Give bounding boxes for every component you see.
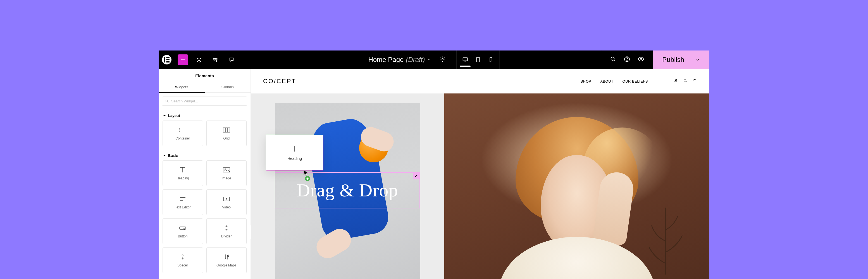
decorative-foliage	[638, 208, 693, 275]
widget-label: Google Maps	[216, 264, 236, 267]
panel-title: Elements	[159, 69, 250, 82]
structure-icon[interactable]	[194, 55, 205, 65]
widget-label: Grid	[223, 136, 229, 140]
svg-point-4	[216, 58, 217, 59]
widget-label: Button	[178, 234, 188, 238]
notes-icon[interactable]	[226, 55, 237, 65]
widget-image[interactable]: Image	[207, 161, 247, 186]
document-status: (Draft)	[406, 56, 425, 64]
publish-button[interactable]: Publish	[653, 50, 709, 69]
editor-canvas[interactable]: CO/CEPT SHOP ABOUT OUR BELIEFS	[251, 69, 709, 279]
device-mobile[interactable]	[488, 57, 494, 63]
elementor-logo[interactable]	[162, 55, 172, 64]
canvas-stage: Heading + Drag & Drop	[251, 94, 709, 279]
widget-label: Video	[222, 205, 231, 209]
page-settings-icon[interactable]	[439, 56, 445, 63]
svg-point-15	[627, 60, 627, 61]
svg-rect-3	[166, 61, 169, 63]
widget-container[interactable]: Container	[162, 120, 203, 146]
widget-divider[interactable]: Divider	[207, 218, 247, 244]
drop-target[interactable]: Drag & Drop	[275, 172, 420, 208]
widget-grid[interactable]: Grid	[207, 120, 247, 146]
help-icon[interactable]	[624, 56, 630, 64]
video-icon	[222, 195, 231, 203]
grid-icon	[222, 127, 231, 134]
cursor-icon	[303, 169, 308, 177]
search-input-wrap[interactable]	[162, 97, 247, 106]
image-icon	[222, 166, 231, 174]
widget-heading[interactable]: Heading	[162, 161, 203, 186]
site-header: CO/CEPT SHOP ABOUT OUR BELIEFS	[251, 69, 709, 94]
account-icon[interactable]	[674, 78, 678, 84]
text-editor-icon	[179, 195, 187, 203]
drag-ghost-label: Heading	[287, 156, 302, 161]
hero-image-right	[444, 94, 709, 279]
nav-beliefs[interactable]: OUR BELIEFS	[622, 79, 648, 83]
tab-widgets[interactable]: Widgets	[159, 82, 205, 93]
heading-icon	[290, 144, 300, 153]
widget-label: Spacer	[177, 264, 188, 267]
drop-add-indicator: +	[305, 176, 310, 181]
button-icon	[179, 224, 187, 232]
device-tablet[interactable]	[475, 57, 481, 63]
widget-spacer[interactable]: Spacer	[162, 247, 203, 273]
svg-point-5	[214, 59, 215, 60]
widget-google-maps[interactable]: Google Maps	[207, 247, 247, 273]
chevron-down-icon[interactable]	[695, 58, 700, 62]
edit-element-handle[interactable]	[413, 172, 420, 179]
site-brand[interactable]: CO/CEPT	[263, 77, 296, 85]
svg-rect-26	[223, 168, 230, 172]
divider-icon	[222, 224, 231, 232]
widget-video[interactable]: Video	[207, 189, 247, 215]
section-basic-head[interactable]: Basic	[159, 149, 250, 161]
cart-icon[interactable]	[692, 78, 697, 84]
add-element-button[interactable]	[178, 55, 188, 65]
svg-point-7	[442, 58, 443, 60]
svg-point-6	[216, 61, 217, 62]
app-window: Home Page (Draft)	[159, 50, 709, 279]
widget-button[interactable]: Button	[162, 218, 203, 244]
svg-point-31	[675, 79, 676, 81]
search-icon	[165, 99, 169, 103]
svg-point-32	[684, 79, 686, 81]
elements-panel: Elements Widgets Globals Layout Containe…	[159, 69, 251, 279]
tab-globals[interactable]: Globals	[205, 82, 251, 92]
site-settings-icon[interactable]	[210, 55, 221, 65]
widget-label: Container	[176, 136, 190, 140]
caret-down-icon	[163, 114, 166, 117]
site-nav: SHOP ABOUT OUR BELIEFS	[580, 78, 697, 84]
dragging-widget-ghost[interactable]: Heading	[266, 135, 323, 171]
document-title[interactable]: Home Page (Draft)	[368, 56, 431, 64]
nav-about[interactable]: ABOUT	[600, 79, 613, 83]
nav-shop[interactable]: SHOP	[580, 79, 591, 83]
caret-down-icon	[163, 154, 166, 157]
device-desktop[interactable]	[462, 57, 468, 63]
svg-rect-8	[463, 58, 467, 61]
drop-placeholder-text: Drag & Drop	[297, 180, 398, 201]
chevron-down-icon	[427, 58, 431, 62]
finder-search-icon[interactable]	[610, 56, 616, 64]
map-icon	[222, 253, 231, 260]
svg-rect-24	[179, 128, 186, 132]
svg-point-27	[224, 169, 225, 170]
widget-label: Image	[222, 176, 231, 180]
publish-label: Publish	[662, 56, 684, 64]
svg-rect-2	[166, 59, 169, 60]
widget-text-editor[interactable]: Text Editor	[162, 189, 203, 215]
svg-point-16	[640, 58, 642, 60]
widget-label: Text Editor	[175, 205, 191, 209]
panel-tabs: Widgets Globals	[159, 82, 250, 93]
section-layout-head[interactable]: Layout	[159, 110, 250, 120]
responsive-devices	[456, 50, 500, 69]
preview-icon[interactable]	[638, 56, 644, 64]
section-layout-title: Layout	[168, 113, 180, 118]
search-icon[interactable]	[683, 78, 688, 84]
section-basic-title: Basic	[168, 153, 178, 158]
topbar: Home Page (Draft)	[159, 50, 709, 69]
svg-rect-0	[164, 57, 165, 63]
svg-point-23	[165, 100, 167, 102]
svg-rect-1	[166, 57, 169, 58]
hero-left-column[interactable]: Heading + Drag & Drop	[251, 94, 444, 279]
search-input[interactable]	[171, 99, 244, 103]
spacer-icon	[179, 253, 187, 260]
